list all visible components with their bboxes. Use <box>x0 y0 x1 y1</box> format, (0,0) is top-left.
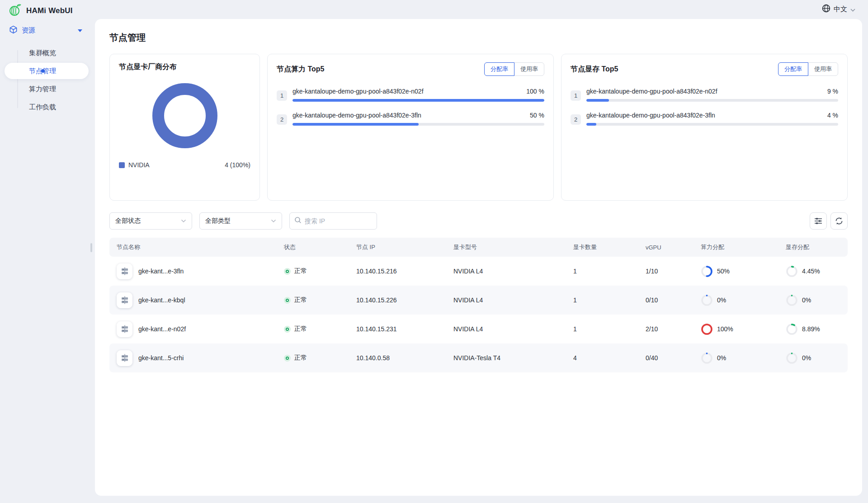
sidebar-item-compute-management[interactable]: 算力管理 <box>0 80 95 98</box>
node-icon <box>117 321 132 337</box>
sidebar: 资源 集群概览 节点管理 算力管理 工作负载 <box>0 19 95 503</box>
main-panel: 节点管理 节点显卡厂商分布 NVIDIA 4 (100%) 节点算力 Top5 … <box>95 19 862 496</box>
status-badge: 正常 <box>294 325 307 333</box>
nodes-table: 节点名称 状态 节点 IP 显卡型号 显卡数量 vGPU 算力分配 显存分配 g… <box>109 238 848 372</box>
node-icon <box>117 350 132 366</box>
memory-card-title: 节点显存 Top5 <box>571 65 618 74</box>
memory-toggle-allocation[interactable]: 分配率 <box>778 62 808 76</box>
table-row[interactable]: gke-kant...e-3fln 正常 10.140.15.216 NVIDI… <box>109 257 848 286</box>
col-gpu-count: 显卡数量 <box>566 243 638 251</box>
progress-fill <box>292 123 419 126</box>
table-row[interactable]: gke-kant...e-kbql 正常 10.140.15.226 NVIDI… <box>109 286 848 315</box>
sidebar-items: 集群概览 节点管理 算力管理 工作负载 <box>0 44 95 116</box>
node-name: gke-kant...e-kbql <box>138 296 185 304</box>
node-ip: 10.140.15.226 <box>349 296 446 304</box>
refresh-button[interactable] <box>830 212 848 230</box>
node-value: 100 % <box>526 88 544 95</box>
status-ok-icon <box>284 326 291 333</box>
status-filter-value: 全部状态 <box>115 217 141 225</box>
table-row[interactable]: gke-kant...e-n02f 正常 10.140.15.231 NVIDI… <box>109 315 848 343</box>
compute-allocation-ring <box>701 323 713 335</box>
memory-allocation-value: 0% <box>802 354 811 362</box>
status-badge: 正常 <box>294 354 307 362</box>
vendor-distribution-card: 节点显卡厂商分布 NVIDIA 4 (100%) <box>109 54 260 201</box>
compute-allocation-value: 100% <box>717 325 733 333</box>
top-bar: HAMi WebUI 中文 <box>0 0 868 19</box>
node-ip: 10.140.0.58 <box>349 354 446 362</box>
list-item: 2 gke-kantaloupe-demo-gpu-pool-a843f02e-… <box>277 112 544 126</box>
col-node-ip: 节点 IP <box>349 243 446 251</box>
vgpu-ratio: 0/10 <box>638 296 693 304</box>
gpu-model: NVIDIA L4 <box>446 296 566 304</box>
node-name: gke-kantaloupe-demo-gpu-pool-a843f02e-n0… <box>292 88 424 95</box>
memory-toggle-usage[interactable]: 使用率 <box>808 62 838 76</box>
list-item: 1 gke-kantaloupe-demo-gpu-pool-a843f02e-… <box>571 88 838 102</box>
sidebar-item-node-management[interactable]: 节点管理 <box>0 62 95 80</box>
vendor-card-title: 节点显卡厂商分布 <box>119 62 250 72</box>
compute-allocation-ring <box>701 352 713 364</box>
caret-down-icon <box>78 29 82 32</box>
ip-search-input[interactable] <box>305 217 372 225</box>
gpu-count: 1 <box>566 325 638 333</box>
col-compute-allocation: 算力分配 <box>693 243 778 251</box>
table-row[interactable]: gke-kant...5-crhi 正常 10.140.0.58 NVIDIA-… <box>109 343 848 372</box>
legend-value: 4 (100%) <box>225 161 250 169</box>
cube-icon <box>9 25 18 36</box>
globe-icon <box>822 4 830 14</box>
col-node-name: 节点名称 <box>109 243 277 251</box>
gpu-model: NVIDIA-Tesla T4 <box>446 354 566 362</box>
rank-badge: 2 <box>277 114 287 125</box>
gpu-model: NVIDIA L4 <box>446 268 566 275</box>
col-memory-allocation: 显存分配 <box>778 243 848 251</box>
status-ok-icon <box>284 268 291 275</box>
status-filter-select[interactable]: 全部状态 <box>109 212 192 230</box>
panel-resize-handle[interactable] <box>90 243 92 252</box>
vendor-legend-item: NVIDIA 4 (100%) <box>119 161 250 169</box>
compute-top5-card: 节点算力 Top5 分配率 使用率 1 gke-kantaloupe-demo-… <box>267 54 554 201</box>
language-selector[interactable]: 中文 <box>822 4 855 14</box>
compute-toggle-allocation[interactable]: 分配率 <box>484 62 514 76</box>
sidebar-item-workloads[interactable]: 工作负载 <box>0 98 95 116</box>
col-vgpu: vGPU <box>638 244 693 251</box>
column-settings-button[interactable] <box>810 212 827 230</box>
status-badge: 正常 <box>294 296 307 304</box>
vendor-donut-chart <box>119 82 250 150</box>
sidebar-item-cluster-overview[interactable]: 集群概览 <box>0 44 95 62</box>
memory-allocation-value: 8.89% <box>802 325 820 333</box>
compute-allocation-value: 0% <box>717 354 726 362</box>
node-name: gke-kantaloupe-demo-gpu-pool-a843f02e-n0… <box>586 88 717 95</box>
page-title: 节点管理 <box>109 32 852 44</box>
memory-allocation-ring <box>786 265 798 277</box>
col-gpu-model: 显卡型号 <box>446 243 566 251</box>
node-value: 9 % <box>827 88 838 95</box>
memory-toggle-group: 分配率 使用率 <box>778 62 838 76</box>
memory-top5-card: 节点显存 Top5 分配率 使用率 1 gke-kantaloupe-demo-… <box>561 54 848 201</box>
progress-track <box>586 99 838 102</box>
node-name: gke-kantaloupe-demo-gpu-pool-a843f02e-3f… <box>586 112 715 119</box>
progress-fill <box>586 123 596 126</box>
status-ok-icon <box>284 297 291 304</box>
app-title: HAMi WebUI <box>26 6 73 15</box>
refresh-icon <box>835 217 843 225</box>
node-value: 50 % <box>530 112 544 119</box>
memory-allocation-ring <box>786 294 798 306</box>
table-header: 节点名称 状态 节点 IP 显卡型号 显卡数量 vGPU 算力分配 显存分配 <box>109 238 848 257</box>
type-filter-select[interactable]: 全部类型 <box>199 212 282 230</box>
node-name: gke-kantaloupe-demo-gpu-pool-a843f02e-3f… <box>292 112 421 119</box>
node-icon <box>117 292 132 308</box>
column-settings-icon <box>814 217 822 225</box>
compute-toggle-usage[interactable]: 使用率 <box>514 62 544 76</box>
compute-allocation-ring <box>701 294 713 306</box>
col-status: 状态 <box>277 243 349 251</box>
compute-top5-list: 1 gke-kantaloupe-demo-gpu-pool-a843f02e-… <box>277 88 544 126</box>
gpu-count: 1 <box>566 268 638 275</box>
node-icon <box>117 263 132 279</box>
sidebar-group-resources[interactable]: 资源 <box>0 19 95 41</box>
compute-toggle-group: 分配率 使用率 <box>484 62 544 76</box>
rank-badge: 1 <box>277 90 287 101</box>
node-name: gke-kant...5-crhi <box>138 354 184 362</box>
rank-badge: 2 <box>571 114 581 125</box>
memory-allocation-ring <box>786 352 798 364</box>
gpu-count: 1 <box>566 296 638 304</box>
rank-badge: 1 <box>571 90 581 101</box>
